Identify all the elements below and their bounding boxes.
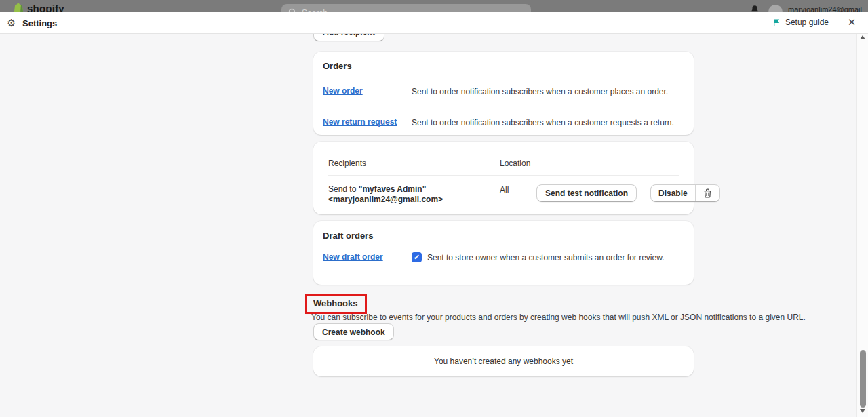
account-avatar[interactable] [768,5,783,12]
shopify-logo-icon [14,3,24,12]
draft-order-checkbox-label: Sent to store owner when a customer subm… [427,252,665,262]
new-order-description: Sent to order notification subscribers w… [412,86,684,96]
webhooks-empty-message: You haven’t created any webhooks yet [434,357,573,366]
new-return-request-link[interactable]: New return request [323,117,412,127]
webhooks-description: You can subscribe to events for your pro… [311,313,806,322]
delete-recipient-button[interactable] [695,185,719,201]
disable-button[interactable]: Disable [651,185,695,201]
search-input[interactable]: Search [281,4,531,12]
annotation-highlight-box: Webhooks [305,294,367,314]
trash-icon [703,188,712,198]
page-title: Settings [22,18,57,28]
recipient-name: "myfaves Admin" [359,184,427,194]
disable-delete-button-group: Disable [650,184,720,202]
new-return-request-description: Sent to order notification subscribers w… [412,117,684,127]
gear-icon: ⚙ [7,17,16,28]
new-draft-order-link[interactable]: New draft order [323,252,412,262]
orders-rows: New order Sent to order notification sub… [323,75,684,137]
webhooks-title: Webhooks [313,298,358,309]
search-placeholder: Search [302,8,328,12]
scrollbar-thumb[interactable] [860,350,866,408]
table-row: New draft order ✓ Sent to store owner wh… [323,241,684,262]
table-row: Send to "myfaves Admin" <maryjoanlim24@g… [328,176,679,205]
recipients-card: Recipients Location Send to "myfaves Adm… [313,142,694,214]
table-row: New order Sent to order notification sub… [323,75,684,106]
table-row: New return request Sent to order notific… [323,106,684,137]
draft-order-checkbox[interactable]: ✓ [412,252,422,262]
main-column: Add recipient Orders New order Sent to o… [313,34,694,417]
scroll-up-arrow-icon[interactable] [860,35,865,39]
location-column-header: Location [500,159,530,168]
create-webhook-button[interactable]: Create webhook [313,323,394,340]
location-cell: All [500,184,536,195]
recipient-cell: Send to "myfaves Admin" <maryjoanlim24@g… [328,184,500,205]
draft-orders-title: Draft orders [323,231,684,241]
recipients-table-header: Recipients Location [328,142,679,176]
send-test-notification-button[interactable]: Send test notification [536,184,637,202]
settings-header: ⚙ Settings Setup guide ✕ [0,12,868,34]
webhooks-empty-state: You haven’t created any webhooks yet [313,346,694,376]
scroll-down-arrow-icon[interactable] [860,409,865,413]
setup-guide-button[interactable]: Setup guide [772,18,829,27]
add-recipient-button[interactable]: Add recipient [313,34,384,41]
recipients-column-header: Recipients [328,159,500,168]
settings-content: Add recipient Orders New order Sent to o… [0,34,868,417]
recipient-actions: Send test notification Disable [536,184,720,202]
close-icon[interactable]: ✕ [845,16,859,29]
draft-orders-card: Draft orders New draft order ✓ Sent to s… [313,221,694,285]
shopify-wordmark: shopify [27,3,64,12]
search-icon [288,8,297,12]
recipient-email: <maryjoanlim24@gmail.com> [328,195,443,204]
vertical-scrollbar[interactable] [856,30,868,417]
flag-icon [772,18,781,27]
orders-card: Orders New order Sent to order notificat… [313,52,694,135]
new-order-link[interactable]: New order [323,86,412,96]
notifications-bell-icon[interactable] [750,5,760,12]
setup-guide-label: Setup guide [785,18,829,27]
topbar: shopify Search maryjoanlim24@gmail [0,0,868,12]
send-to-prefix: Send to [328,184,359,194]
orders-title: Orders [323,61,684,71]
account-email[interactable]: maryjoanlim24@gmail [788,5,862,12]
